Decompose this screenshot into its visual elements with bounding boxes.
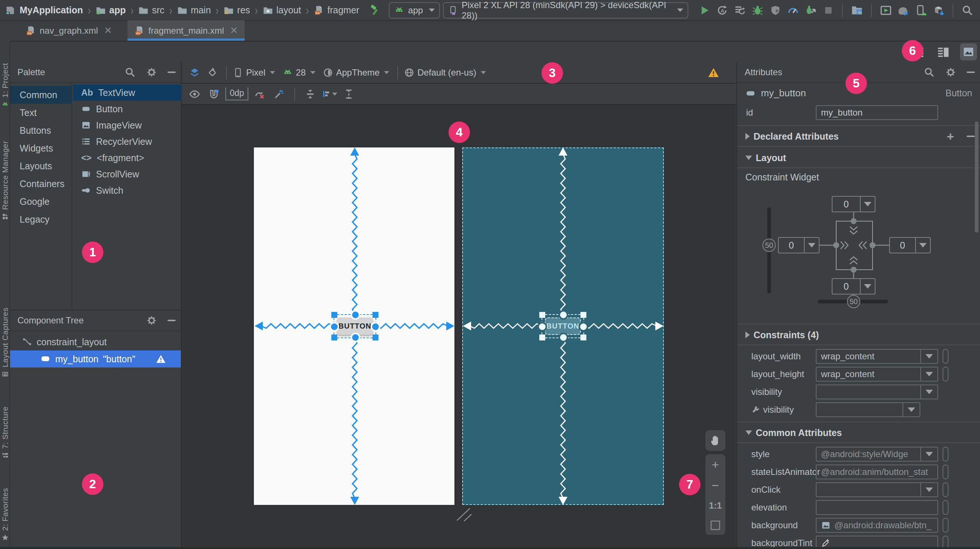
tool-window-layout-captures[interactable]: Layout Captures [0, 308, 10, 378]
button-widget[interactable]: BUTTON [337, 317, 373, 335]
stop-button[interactable] [821, 3, 836, 18]
palette-item-imageview[interactable]: ImageView [73, 117, 181, 133]
design-surface-mode-icon[interactable] [187, 65, 202, 80]
selected-button-blueprint[interactable]: BUTTON [541, 314, 584, 338]
constraint-anchor-left[interactable] [329, 322, 339, 332]
selected-button-design[interactable]: BUTTON [334, 314, 376, 338]
constraint-anchor-right[interactable] [579, 322, 588, 332]
tab-fragment-main[interactable]: fragment_main.xml ✕ [127, 21, 245, 41]
elevation-field[interactable] [816, 500, 938, 515]
resize-handle[interactable] [331, 335, 337, 340]
breadcrumb-src[interactable]: src [152, 5, 164, 16]
resize-handle[interactable] [372, 312, 379, 318]
style-field[interactable]: @android:style/Widge [816, 447, 938, 462]
device-selector[interactable]: Pixel 2 XL API 28 (minSdk(API 29) > devi… [443, 2, 688, 19]
attach-debugger-button[interactable] [768, 3, 783, 18]
default-margin-selector[interactable]: 0dp [225, 87, 248, 100]
palette-category-buttons[interactable]: Buttons [10, 122, 72, 139]
toggle-pill[interactable] [943, 482, 948, 497]
locale-menu[interactable]: Default (en-us) [404, 67, 486, 78]
add-attribute-icon[interactable]: + [947, 133, 954, 140]
button-widget[interactable]: BUTTON [545, 317, 581, 335]
device-manager-button[interactable] [914, 3, 929, 18]
zoom-fit-button[interactable] [711, 520, 720, 530]
constraint-anchor-bottom[interactable] [558, 333, 568, 342]
toggle-pill[interactable] [943, 349, 948, 364]
apply-code-changes-button[interactable] [732, 3, 747, 18]
hide-panel-icon[interactable] [967, 71, 975, 73]
pan-button[interactable] [705, 430, 725, 451]
horizontal-bias-value[interactable]: 50 [847, 295, 860, 308]
build-hammer-button[interactable] [368, 3, 382, 18]
zoom-actual-button[interactable]: 1:1 [709, 500, 722, 511]
layout-width-field[interactable]: wrap_content [816, 349, 938, 364]
pack-icon[interactable] [302, 86, 318, 102]
visibility-field[interactable] [816, 384, 938, 399]
palette-category-containers[interactable]: Containers [10, 175, 72, 193]
palette-item-fragment[interactable]: <> <fragment> [73, 150, 181, 166]
gear-icon[interactable] [146, 67, 157, 78]
search-icon[interactable] [924, 67, 935, 78]
toggle-pill[interactable] [943, 500, 948, 515]
statelistanimator-field[interactable]: @android:anim/button_stat [816, 465, 938, 479]
resize-handle[interactable] [581, 335, 586, 340]
breadcrumb-app[interactable]: app [109, 5, 126, 16]
device-menu[interactable]: Pixel [233, 67, 275, 78]
resize-handle[interactable] [372, 335, 379, 340]
palette-item-button[interactable]: Button [73, 101, 181, 117]
design-view-button[interactable] [960, 43, 977, 60]
palette-category-text[interactable]: Text [10, 104, 72, 122]
resize-handle[interactable] [331, 312, 337, 318]
toggle-pill[interactable] [943, 367, 948, 382]
search-everywhere-button[interactable] [960, 3, 975, 18]
constraint-anchor-bottom[interactable] [351, 333, 360, 342]
gear-icon[interactable] [146, 315, 157, 326]
resize-handle[interactable] [539, 335, 545, 340]
margin-bottom-dropdown[interactable]: 0 [832, 278, 875, 295]
scrollbar[interactable] [975, 122, 978, 233]
theme-menu[interactable]: AppTheme [323, 67, 389, 78]
toggle-pill[interactable] [943, 465, 948, 479]
constraint-anchor-left[interactable] [538, 322, 547, 332]
breadcrumb-project[interactable]: MyApplication [20, 5, 83, 16]
resize-handle[interactable] [539, 312, 545, 318]
zoom-out-button[interactable]: − [712, 480, 719, 491]
close-icon[interactable]: ✕ [104, 25, 112, 36]
debug-button[interactable] [750, 3, 765, 18]
tab-nav-graph[interactable]: nav_graph.xml ✕ [19, 21, 119, 41]
vertical-bias-value[interactable]: 50 [762, 238, 776, 252]
constraint-anchor-right[interactable] [371, 322, 380, 332]
clear-constraints-icon[interactable] [252, 86, 267, 102]
palette-item-switch[interactable]: Switch [73, 182, 181, 198]
palette-category-common[interactable]: Common [10, 86, 72, 104]
margin-top-dropdown[interactable]: 0 [832, 196, 875, 212]
breadcrumb-layout[interactable]: layout [277, 5, 301, 16]
margin-left-dropdown[interactable]: 0 [778, 237, 819, 253]
run-tests-button[interactable] [803, 3, 818, 18]
tool-window-favorites[interactable]: 2: Favorites [0, 488, 10, 541]
palette-category-layouts[interactable]: Layouts [10, 157, 72, 175]
orientation-icon[interactable] [205, 65, 220, 80]
zoom-in-button[interactable]: + [712, 459, 719, 470]
hide-panel-icon[interactable] [167, 320, 176, 321]
palette-item-scrollview[interactable]: ScrollView [73, 166, 181, 182]
id-input[interactable] [816, 105, 938, 120]
close-icon[interactable]: ✕ [230, 25, 238, 36]
palette-category-legacy[interactable]: Legacy [10, 210, 72, 228]
breadcrumb-res[interactable]: res [237, 5, 250, 16]
layout-section[interactable]: Layout [737, 150, 980, 166]
palette-item-textview[interactable]: Ab TextView [73, 84, 181, 101]
toggle-pill[interactable] [943, 518, 948, 533]
tools-visibility-field[interactable] [816, 402, 920, 417]
split-view-button[interactable] [935, 43, 952, 60]
layout-canvas[interactable]: BUTTON BUTTON [181, 105, 736, 549]
align-icon[interactable] [322, 86, 337, 102]
onclick-field[interactable] [816, 482, 938, 497]
palette-item-recyclerview[interactable]: RecyclerView [73, 133, 181, 150]
breadcrumb-fragment[interactable]: fragmer [327, 5, 359, 16]
constraint-anchor-top[interactable] [558, 310, 568, 320]
background-field[interactable]: @android:drawable/btn_ [816, 518, 938, 533]
resize-handle[interactable] [581, 312, 586, 318]
constraints-section[interactable]: Constraints (4) [737, 327, 980, 343]
view-options-icon[interactable] [187, 86, 202, 102]
